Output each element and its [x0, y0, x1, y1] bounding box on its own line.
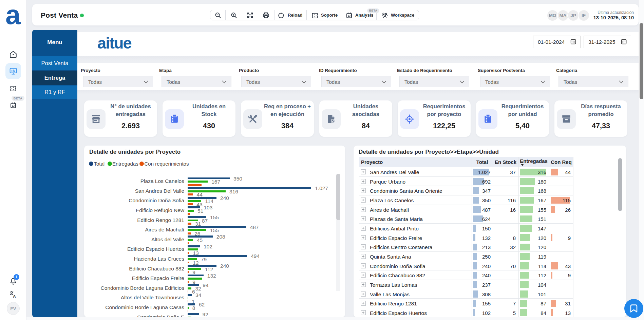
svg-text:A: A — [13, 294, 16, 298]
